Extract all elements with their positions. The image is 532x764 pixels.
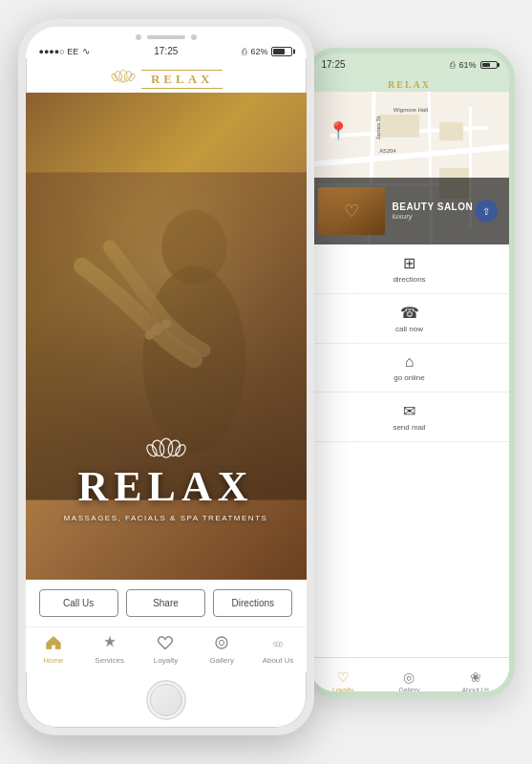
action-online-label: go online: [394, 373, 424, 382]
hero-brand-name: RELAX: [26, 464, 307, 510]
action-directions[interactable]: ⊞ directions: [310, 244, 509, 294]
action-call[interactable]: ☎ call now: [310, 294, 509, 344]
svg-point-2: [123, 71, 133, 82]
directions-button[interactable]: Directions: [213, 589, 292, 617]
back-time: 17:25: [322, 59, 346, 70]
action-directions-label: directions: [393, 275, 425, 284]
phone-back: 17:25 ⎙ 61% RELAX: [305, 48, 515, 697]
nav-gallery[interactable]: Gallery: [194, 627, 250, 672]
svg-point-16: [166, 438, 182, 457]
back-battery-pct: 61%: [458, 60, 476, 70]
back-bluetooth-icon: ⎙: [450, 60, 455, 70]
nav-about-label: About Us: [263, 656, 294, 665]
phone-top-bar: ●●●●○ EE ∿ 17:25 ⎙ 62%: [26, 27, 307, 58]
business-subtitle: luxury: [393, 212, 475, 221]
sensor-dot: [191, 34, 197, 40]
map-label-james: James St: [374, 117, 380, 140]
back-tab-loyalty[interactable]: ♡ Loyalty: [310, 658, 376, 697]
nav-loyalty[interactable]: Loyalty: [138, 627, 194, 672]
back-tab-about[interactable]: ❀ About Us: [442, 658, 508, 697]
home-nav-icon: [45, 635, 62, 654]
hero-tagline: MASSAGES, FACIALS & SPA TREATMENTS: [26, 514, 307, 522]
svg-point-1: [114, 71, 123, 82]
action-list: ⊞ directions ☎ call now ⌂ go online ✉ se…: [310, 244, 509, 442]
phone-icon: ☎: [400, 304, 419, 322]
front-camera: [136, 34, 141, 40]
share-button-back[interactable]: ⇧: [475, 200, 498, 223]
status-time: 17:25: [154, 46, 178, 56]
home-hardware-button[interactable]: [146, 680, 186, 720]
gallery-icon: ◎: [403, 669, 415, 685]
status-bar: ●●●●○ EE ∿ 17:25 ⎙ 62%: [26, 44, 307, 58]
back-logo-area: RELAX: [310, 75, 509, 92]
bluetooth-icon: ⎙: [242, 47, 246, 56]
svg-point-4: [127, 73, 136, 81]
home-icon: ⌂: [405, 353, 415, 371]
camera-area: [136, 27, 197, 44]
back-tab-loyalty-label: Loyalty: [332, 687, 353, 693]
lotus-logo-icon: [109, 64, 138, 83]
logo-area: RELAX: [26, 58, 307, 93]
gallery-nav-icon: [213, 635, 230, 654]
map-block: [439, 122, 463, 140]
nav-home[interactable]: Home: [26, 627, 82, 672]
map-area: A5204 Wigmore Hall James St 📍 ♡ BEAUTY S…: [310, 92, 509, 244]
business-img-overlay: ♡: [318, 187, 385, 235]
nav-gallery-label: Gallery: [210, 656, 234, 665]
business-card: ♡ BEAUTY SALON luxury ⇧: [310, 178, 509, 244]
nav-services[interactable]: Services: [81, 627, 138, 672]
svg-point-3: [110, 73, 118, 81]
action-mail-label: send mail: [393, 423, 425, 432]
svg-point-17: [144, 442, 158, 457]
back-content: A5204 Wigmore Hall James St 📍 ♡ BEAUTY S…: [310, 92, 509, 697]
share-icon: ⇧: [482, 206, 490, 217]
nav-home-label: Home: [43, 656, 63, 665]
home-button-inner: [150, 684, 182, 716]
business-card-image: ♡: [318, 187, 385, 235]
back-status-bar: 17:25 ⎙ 61%: [310, 53, 509, 75]
action-mail[interactable]: ✉ send mail: [310, 393, 509, 442]
loyalty-icon: ♡: [337, 669, 350, 685]
back-logo-text: RELAX: [310, 79, 509, 90]
carrier-text: ●●●●○ EE: [39, 47, 79, 56]
back-tab-gallery[interactable]: ◎ Gallery: [376, 658, 442, 697]
business-card-info: BEAUTY SALON luxury: [385, 202, 475, 221]
back-tab-gallery-label: Gallery: [398, 687, 419, 693]
svg-point-15: [150, 438, 166, 457]
earpiece: [147, 35, 185, 39]
status-left: ●●●●○ EE ∿: [39, 46, 91, 56]
back-bottom-tabs: ♡ Loyalty ◎ Gallery ❀ About Us: [310, 657, 509, 697]
nav-loyalty-label: Loyalty: [154, 656, 178, 665]
share-button[interactable]: Share: [126, 589, 205, 617]
battery-indicator: [271, 47, 292, 56]
map-road: [310, 144, 509, 167]
status-right: ⎙ 62%: [242, 47, 292, 56]
wifi-icon: ∿: [82, 46, 90, 56]
svg-point-20: [220, 640, 224, 645]
services-nav-icon: [101, 635, 118, 654]
hero-image-area: RELAX MASSAGES, FACIALS & SPA TREATMENTS: [26, 93, 307, 580]
about-nav-icon: [269, 635, 287, 654]
phone-front: ●●●●○ EE ∿ 17:25 ⎙ 62%: [18, 19, 314, 735]
hero-lotus-icon: [142, 428, 190, 460]
logo-text: RELAX: [141, 70, 223, 89]
action-online[interactable]: ⌂ go online: [310, 344, 509, 393]
call-us-button[interactable]: Call Us: [39, 589, 118, 617]
back-battery-tip: [498, 63, 500, 67]
svg-point-18: [173, 442, 186, 457]
nav-services-label: Services: [95, 656, 124, 665]
business-name: BEAUTY SALON: [393, 202, 475, 212]
nav-about[interactable]: About Us: [250, 627, 307, 672]
hero-brand-overlay: RELAX MASSAGES, FACIALS & SPA TREATMENTS: [26, 428, 307, 522]
battery-pct: 62%: [250, 47, 267, 56]
action-buttons-bar: Call Us Share Directions: [26, 580, 307, 626]
back-tab-about-label: About Us: [461, 687, 489, 693]
bottom-navigation: Home Services Loyalty: [26, 626, 307, 672]
mail-icon: ✉: [403, 402, 415, 420]
map-label-wigmore: Wigmore Hall: [394, 107, 428, 113]
business-img-icon: ♡: [344, 201, 359, 222]
loyalty-nav-icon: [157, 635, 174, 654]
battery-level: [273, 49, 284, 54]
directions-icon: ⊞: [403, 254, 415, 272]
about-icon: ❀: [470, 669, 481, 685]
